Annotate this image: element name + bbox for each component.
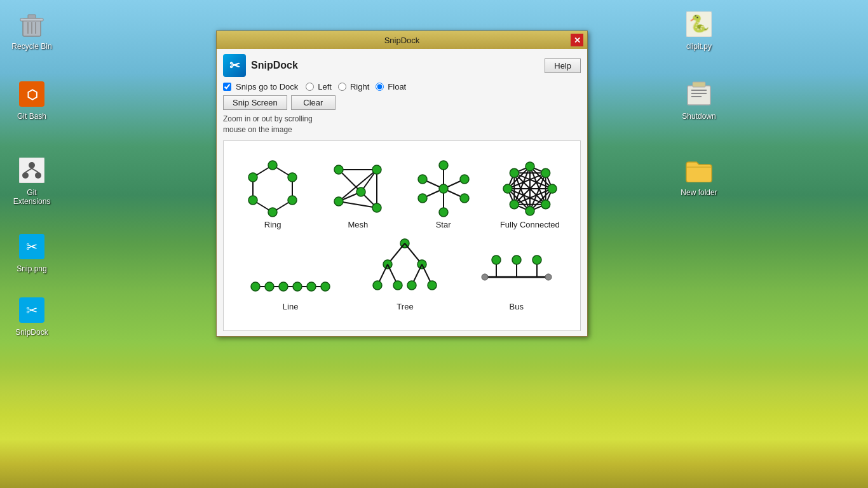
git-extensions-icon (17, 155, 47, 186)
svg-rect-23 (691, 93, 707, 94)
topology-ring: Ring (244, 160, 301, 229)
snip-label: Snip.png (9, 264, 55, 273)
clear-button[interactable]: Clear (291, 95, 336, 110)
shutdown-label: Shutdown (676, 112, 722, 121)
desktop-icon-new-folder[interactable]: New folder (674, 152, 724, 200)
clipit-icon: 🐍 (684, 9, 714, 39)
fully-connected-label: Fully Connected (500, 220, 560, 229)
svg-point-101 (265, 282, 274, 291)
svg-point-105 (321, 282, 330, 291)
options-row: Snips go to Dock Left Right Float (223, 82, 581, 92)
snips-to-dock-checkbox[interactable] (223, 83, 231, 91)
desktop-icon-snipdock[interactable]: ✂ SnipDock (6, 292, 57, 339)
topology-container: Ring (230, 157, 574, 315)
snip-icon: ✂ (17, 231, 47, 262)
app-header: ✂ SnipDock Help (223, 54, 581, 77)
desktop-icon-git-extensions[interactable]: Git Extensions (6, 152, 57, 208)
radio-left[interactable] (306, 83, 314, 91)
svg-point-10 (22, 172, 29, 179)
help-button[interactable]: Help (545, 58, 581, 73)
svg-point-116 (393, 281, 402, 290)
snips-to-dock-label[interactable]: Snips go to Dock (223, 82, 298, 92)
radio-right-label[interactable]: Right (338, 82, 369, 92)
svg-rect-22 (691, 90, 707, 91)
window-content: ✂ SnipDock Help Snips go to Dock Left (217, 49, 587, 336)
snipdock-window: SnipDock ✕ ✂ SnipDock Help Snips go to D… (216, 30, 588, 337)
git-bash-label: Git Bash (9, 112, 55, 121)
tree-label: Tree (397, 302, 413, 311)
svg-point-33 (288, 196, 297, 205)
topology-star: Star (415, 160, 472, 229)
bus-label: Bus (510, 302, 524, 311)
svg-point-94 (510, 168, 519, 177)
svg-point-49 (372, 203, 381, 212)
desktop: Recycle Bin ⬡ Git Bash Git Extensions ✂ … (0, 0, 868, 488)
shutdown-icon (684, 79, 714, 109)
radio-left-label[interactable]: Left (306, 82, 332, 92)
recycle-bin-icon (17, 9, 47, 39)
svg-point-35 (248, 196, 257, 205)
svg-point-45 (334, 165, 343, 174)
svg-rect-21 (693, 82, 705, 87)
svg-point-9 (29, 162, 35, 168)
radio-float-label[interactable]: Float (376, 82, 406, 92)
svg-point-96 (510, 200, 519, 208)
svg-point-31 (268, 161, 277, 170)
line-label: Line (283, 302, 299, 311)
radio-right[interactable] (338, 83, 346, 91)
svg-point-118 (428, 281, 437, 290)
svg-point-95 (503, 184, 512, 193)
svg-point-125 (532, 255, 541, 264)
topology-tree: Tree (370, 236, 440, 311)
close-button[interactable]: ✕ (571, 34, 583, 46)
hint-text: Zoom in or out by scrollingmouse on the … (223, 114, 581, 135)
desktop-icon-recycle-bin[interactable]: Recycle Bin (6, 6, 57, 53)
svg-point-62 (418, 175, 427, 184)
svg-point-60 (439, 208, 448, 217)
window-title: SnipDock (233, 36, 571, 45)
app-name-label: SnipDock (251, 60, 298, 71)
svg-point-100 (251, 282, 260, 291)
svg-text:✂: ✂ (26, 239, 37, 255)
svg-point-97 (526, 207, 534, 215)
radio-float[interactable] (376, 83, 384, 91)
svg-point-32 (288, 173, 297, 182)
recycle-bin-label: Recycle Bin (9, 42, 55, 51)
svg-point-117 (407, 281, 416, 290)
svg-text:⬡: ⬡ (27, 88, 37, 102)
svg-rect-8 (19, 158, 44, 183)
svg-line-39 (339, 170, 377, 201)
git-bash-icon: ⬡ (17, 79, 47, 109)
desktop-icon-git-bash[interactable]: ⬡ Git Bash (6, 76, 57, 123)
svg-point-56 (439, 184, 448, 193)
svg-rect-2 (20, 18, 43, 21)
svg-point-123 (492, 255, 501, 264)
svg-point-124 (512, 255, 521, 264)
new-folder-label: New folder (676, 188, 722, 197)
star-label: Star (436, 220, 451, 229)
svg-point-57 (439, 161, 448, 170)
desktop-icon-clipit[interactable]: 🐍 clipit.py (674, 6, 724, 53)
svg-rect-24 (691, 96, 702, 97)
svg-point-102 (279, 282, 288, 291)
svg-point-46 (372, 165, 381, 174)
svg-point-61 (418, 194, 427, 203)
svg-point-59 (460, 194, 469, 203)
topology-row-1: Ring (230, 157, 574, 233)
svg-point-92 (541, 168, 550, 177)
svg-text:✂: ✂ (26, 302, 37, 318)
desktop-icon-shutdown[interactable]: Shutdown (674, 76, 724, 123)
svg-point-48 (356, 187, 365, 196)
svg-point-93 (526, 162, 534, 171)
snip-screen-button[interactable]: Snip Screen (223, 95, 287, 110)
desktop-icon-snip[interactable]: ✂ Snip.png (6, 229, 57, 276)
ring-label: Ring (264, 220, 281, 229)
git-extensions-label: Git Extensions (9, 188, 55, 206)
svg-point-36 (248, 173, 257, 182)
mesh-label: Mesh (348, 220, 368, 229)
topology-line: Line (249, 274, 332, 311)
svg-rect-1 (28, 15, 36, 18)
buttons-row: Snip Screen Clear (223, 95, 581, 110)
image-area[interactable]: Ring (223, 140, 581, 331)
svg-text:🐍: 🐍 (689, 13, 710, 34)
